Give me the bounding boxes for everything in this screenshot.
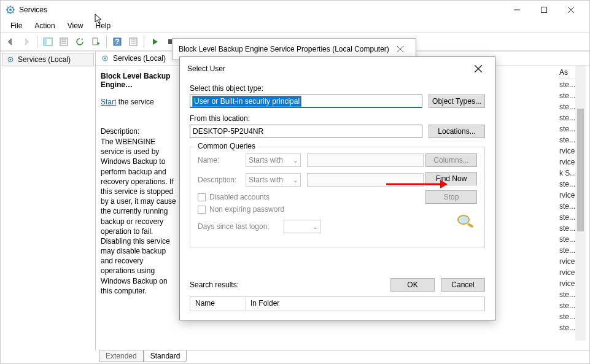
tree-item-label: Services (Local) <box>18 55 71 64</box>
scrollbar-thumb[interactable] <box>577 109 584 231</box>
search-results-label: Search results: <box>190 281 239 289</box>
description-label: Description: <box>101 127 177 136</box>
right-pane-title: Services (Local) <box>113 54 166 63</box>
list-cell[interactable]: ste... <box>558 179 575 190</box>
results-col-name[interactable]: Name <box>190 297 246 311</box>
show-hide-tree-button[interactable] <box>41 34 55 49</box>
list-cell[interactable]: rvice <box>558 256 575 267</box>
object-type-value: User or Built-in security principal <box>192 96 301 107</box>
export-button[interactable] <box>88 34 103 49</box>
description-text: The WBENGINE service is used by Windows … <box>101 137 177 296</box>
list-cell[interactable]: ste... <box>558 90 575 101</box>
checkbox-icon <box>198 193 206 201</box>
magnify-icon <box>455 212 477 231</box>
view-tabs: Extended Standard <box>99 350 589 363</box>
svg-text:?: ? <box>115 37 119 46</box>
maximize-button[interactable] <box>530 1 557 19</box>
svg-point-17 <box>104 58 106 60</box>
list-cell[interactable]: rvice <box>558 278 575 289</box>
days-since-label: Days since last logon: <box>198 222 278 231</box>
list-cell[interactable]: k S... <box>558 168 575 179</box>
detail-pane: Block Level Backup Engine… Start the ser… <box>96 66 182 350</box>
svg-point-1 <box>9 9 12 11</box>
close-button[interactable] <box>557 1 584 19</box>
object-type-input[interactable]: User or Built-in security principal <box>190 95 422 108</box>
back-button[interactable] <box>3 34 18 49</box>
chevron-down-icon: ⌄ <box>293 157 298 164</box>
start-link[interactable]: Start <box>101 98 116 106</box>
vertical-scrollbar[interactable] <box>575 66 586 341</box>
list-button[interactable] <box>126 34 141 49</box>
object-type-label: Select this object type: <box>190 84 485 93</box>
list-cell[interactable]: ste... <box>558 79 575 90</box>
list-cell[interactable]: ste... <box>558 234 575 245</box>
list-cell[interactable]: rvice <box>558 267 575 278</box>
list-cell[interactable]: ste... <box>558 322 575 333</box>
list-cell[interactable]: rvice <box>558 145 575 157</box>
services-icon <box>6 5 15 15</box>
list-cell[interactable]: ste... <box>558 123 575 134</box>
column-header-logon-as[interactable]: As <box>558 66 575 79</box>
disabled-accounts-checkbox[interactable]: Disabled accounts <box>198 193 424 201</box>
results-col-infolder[interactable]: In Folder <box>246 297 484 311</box>
services-small-icon <box>6 55 15 64</box>
list-cell[interactable]: ste... <box>558 289 575 300</box>
locations-button[interactable]: Locations... <box>429 125 485 138</box>
list-cell[interactable]: ste... <box>558 112 575 123</box>
cq-desc-input[interactable] <box>307 173 424 187</box>
list-cell[interactable]: ste... <box>558 311 575 322</box>
menu-view[interactable]: View <box>61 20 90 31</box>
list-cell[interactable]: ste... <box>558 101 575 112</box>
start-service-button[interactable] <box>147 34 162 49</box>
location-label: From this location: <box>190 114 485 123</box>
menu-help[interactable]: Help <box>90 20 117 31</box>
object-types-button[interactable]: Object Types... <box>429 95 485 108</box>
tab-standard[interactable]: Standard <box>144 350 187 362</box>
ok-button[interactable]: OK <box>390 278 435 292</box>
cq-name-combo[interactable]: Starts with⌄ <box>246 153 301 167</box>
menu-action[interactable]: Action <box>28 20 61 31</box>
service-start-line: Start the service <box>101 98 177 106</box>
select-user-close-button[interactable] <box>469 62 487 76</box>
stop-button[interactable]: Stop <box>425 190 477 204</box>
cancel-button[interactable]: Cancel <box>441 278 485 292</box>
svg-point-15 <box>10 59 12 61</box>
forward-button[interactable] <box>19 34 34 49</box>
location-input[interactable] <box>190 125 422 138</box>
days-since-combo[interactable]: ⌄ <box>284 220 320 233</box>
svg-rect-20 <box>467 223 474 228</box>
svg-rect-4 <box>44 38 47 45</box>
svg-rect-2 <box>541 7 547 13</box>
service-name: Block Level Backup Engine… <box>101 72 177 89</box>
minimize-button[interactable] <box>503 1 530 19</box>
svg-rect-6 <box>93 38 98 45</box>
titlebar: Services <box>1 1 589 19</box>
list-cell[interactable]: rvice <box>558 190 575 201</box>
list-cell[interactable]: rvice <box>558 157 575 168</box>
list-cell[interactable]: ste... <box>558 212 575 223</box>
help-button[interactable]: ? <box>110 34 125 49</box>
columns-button[interactable]: Columns... <box>425 153 477 167</box>
cq-desc-label: Description: <box>198 176 239 184</box>
list-cell[interactable]: ste... <box>558 223 575 234</box>
services-small-icon <box>101 54 109 63</box>
properties-button[interactable] <box>56 34 71 49</box>
refresh-button[interactable] <box>72 34 87 49</box>
properties-close-button[interactable] <box>391 42 410 56</box>
select-user-title: Select User <box>187 64 469 73</box>
list-cell[interactable]: ste... <box>558 245 575 256</box>
cq-desc-combo[interactable]: Starts with⌄ <box>246 173 301 187</box>
list-cell[interactable]: ste... <box>558 134 575 145</box>
tree-item-services-local[interactable]: Services (Local) <box>2 53 94 66</box>
cq-name-input[interactable] <box>307 153 424 167</box>
chevron-down-icon: ⌄ <box>293 177 298 184</box>
service-list-fragment: As ste...ste...ste...ste...ste...ste...r… <box>558 66 575 350</box>
list-cell[interactable]: ste... <box>558 300 575 311</box>
non-expiring-checkbox[interactable]: Non expiring password <box>198 205 424 214</box>
menu-file[interactable]: File <box>4 20 28 31</box>
find-now-button[interactable]: Find Now <box>425 172 477 185</box>
chevron-down-icon: ⌄ <box>312 223 317 230</box>
list-cell[interactable]: ste... <box>558 201 575 212</box>
tab-extended[interactable]: Extended <box>99 350 144 362</box>
select-user-dialog: Select User Select this object type: Use… <box>179 56 495 320</box>
